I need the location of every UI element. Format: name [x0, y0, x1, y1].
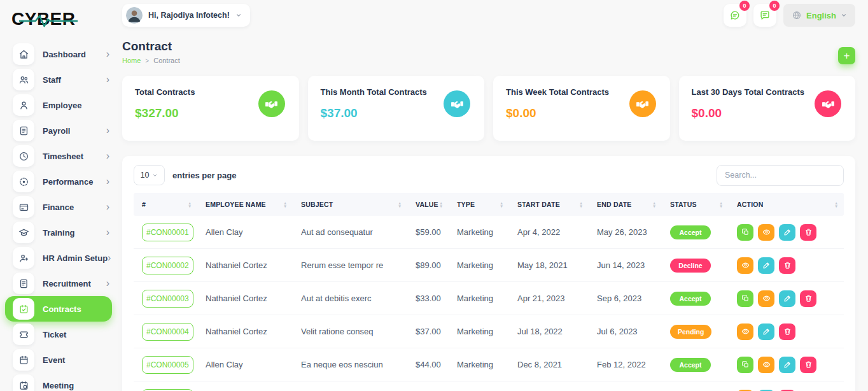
- eye-icon: [741, 327, 750, 336]
- graduation-cap-icon: [13, 222, 34, 243]
- user-menu-button[interactable]: Hi, Rajodiya Infotech!: [122, 4, 250, 27]
- language-selector[interactable]: English: [783, 4, 855, 27]
- chevron-right-icon: ›: [106, 151, 109, 161]
- sort-icon[interactable]: ▴▾: [189, 201, 191, 208]
- duplicate-button[interactable]: [737, 357, 753, 373]
- contract-id-badge[interactable]: #CON00006: [142, 389, 193, 391]
- view-button[interactable]: [758, 224, 774, 241]
- contract-id-badge[interactable]: #CON00005: [142, 356, 193, 374]
- sidebar-item-employee[interactable]: Employee: [0, 92, 118, 118]
- sort-icon[interactable]: ▴▾: [440, 201, 442, 208]
- contract-icon: [13, 298, 34, 320]
- sidebar-item-ticket[interactable]: Ticket: [0, 322, 118, 347]
- edit-button[interactable]: [779, 357, 795, 373]
- duplicate-button[interactable]: [737, 290, 753, 307]
- view-button[interactable]: [758, 357, 774, 373]
- home-icon: [13, 43, 34, 65]
- app-logo[interactable]: CYBER: [0, 0, 118, 38]
- entries-per-page-value: 10: [141, 171, 150, 180]
- chat-square-button[interactable]: 0: [753, 4, 776, 27]
- user-greeting: Hi, Rajodiya Infotech!: [148, 11, 230, 20]
- trash-icon: [804, 228, 813, 236]
- table-row: #CON00005 Allen Clay Ea neque eos nesciu…: [134, 348, 844, 381]
- table-row: #CON00004 Nathaniel Cortez Velit ratione…: [134, 315, 844, 348]
- chevron-right-icon: ›: [106, 125, 109, 136]
- sidebar-item-label: Dashboard: [43, 50, 86, 59]
- contract-id-badge[interactable]: #CON00003: [142, 290, 193, 308]
- delete-button[interactable]: [800, 290, 816, 307]
- table-row: #CON00006 Decline: [134, 381, 844, 391]
- value-cell: $59.00: [407, 227, 449, 237]
- sidebar-item-finance[interactable]: Finance ›: [0, 194, 118, 220]
- topbar: Hi, Rajodiya Infotech! 0 0 English: [118, 0, 868, 31]
- sidebar-item-label: Employee: [43, 101, 81, 110]
- contract-id-badge[interactable]: #CON00004: [142, 323, 193, 341]
- stat-card-last-30-days-total-contracts: Last 30 Days Total Contracts $0.00: [679, 76, 856, 141]
- search-input[interactable]: [717, 165, 844, 186]
- view-button[interactable]: [758, 290, 774, 307]
- end-date-cell: May 26, 2023: [589, 227, 662, 237]
- sort-icon[interactable]: ▴▾: [720, 201, 722, 208]
- status-badge: Decline: [670, 259, 711, 273]
- sort-icon[interactable]: ▴▾: [399, 201, 401, 208]
- users-icon: [13, 69, 34, 90]
- chevron-right-icon: ›: [106, 49, 109, 59]
- chat-round-button[interactable]: 0: [724, 4, 746, 27]
- edit-button[interactable]: [779, 290, 795, 307]
- subject-cell: Aut at debitis exerc: [293, 294, 407, 303]
- pencil-icon: [783, 360, 792, 369]
- sort-icon[interactable]: ▴▾: [580, 201, 582, 208]
- sidebar-item-recruitment[interactable]: Recruitment ›: [0, 271, 118, 296]
- view-button[interactable]: [737, 323, 753, 340]
- eye-icon: [741, 261, 750, 269]
- sidebar-item-payroll[interactable]: Payroll ›: [0, 118, 118, 143]
- edit-button[interactable]: [779, 224, 795, 241]
- sidebar-item-timesheet[interactable]: Timesheet ›: [0, 143, 118, 169]
- sort-icon[interactable]: ▴▾: [284, 201, 286, 208]
- edit-button[interactable]: [758, 257, 774, 274]
- sidebar-item-label: Timesheet: [43, 152, 83, 161]
- end-date-cell: Jul 6, 2023: [589, 327, 662, 336]
- sidebar-item-staff[interactable]: Staff ›: [0, 67, 118, 92]
- edit-button[interactable]: [758, 323, 774, 340]
- sort-icon[interactable]: ▴▾: [836, 201, 837, 208]
- sort-icon[interactable]: ▴▾: [654, 201, 655, 208]
- delete-button[interactable]: [800, 357, 816, 373]
- stat-card-total-contracts: Total Contracts $327.00: [122, 76, 299, 141]
- sidebar-menu: Dashboard › Staff › Employee Payroll › T…: [0, 38, 118, 391]
- add-contract-button[interactable]: +: [838, 47, 855, 64]
- delete-button[interactable]: [800, 224, 816, 241]
- contract-id-badge[interactable]: #CON00001: [142, 224, 193, 241]
- type-cell: Marketing: [449, 327, 509, 336]
- entries-per-page-select[interactable]: 10: [134, 165, 165, 185]
- delete-button[interactable]: [779, 323, 795, 340]
- sidebar-item-contracts[interactable]: Contracts: [5, 296, 112, 322]
- delete-button[interactable]: [779, 257, 795, 274]
- sidebar-item-hr-admin-setup[interactable]: HR Admin Setup ›: [0, 245, 118, 271]
- sidebar-item-performance[interactable]: Performance ›: [0, 169, 118, 194]
- breadcrumb-home-link[interactable]: Home: [122, 57, 141, 64]
- chevron-down-icon: [235, 12, 242, 18]
- value-cell: $89.00: [407, 260, 449, 270]
- sidebar-item-label: Finance: [43, 203, 74, 212]
- table-row: #CON00002 Nathaniel Cortez Rerum esse te…: [134, 249, 844, 282]
- sidebar-item-event[interactable]: Event: [0, 347, 118, 373]
- sidebar-item-training[interactable]: Training ›: [0, 220, 118, 245]
- contract-id-badge[interactable]: #CON00002: [142, 257, 193, 274]
- end-date-cell: Sep 6, 2023: [589, 294, 662, 303]
- breadcrumb-current: Contract: [153, 57, 180, 64]
- value-cell: $37.00: [407, 327, 449, 336]
- employee-name-cell: Nathaniel Cortez: [197, 260, 293, 270]
- sidebar-item-meeting[interactable]: Meeting: [0, 373, 118, 391]
- trash-icon: [783, 327, 792, 336]
- table-controls: 10 entries per page: [134, 165, 844, 185]
- stat-card-this-month-total-contracts: This Month Total Contracts $37.00: [308, 76, 485, 141]
- employee-name-cell: Allen Clay: [197, 360, 293, 369]
- type-cell: Marketing: [449, 294, 509, 303]
- copy-icon: [741, 228, 750, 236]
- sidebar-item-dashboard[interactable]: Dashboard ›: [0, 41, 118, 67]
- view-button[interactable]: [737, 257, 753, 274]
- sidebar-item-label: Payroll: [43, 126, 70, 136]
- sort-icon[interactable]: ▴▾: [501, 201, 503, 208]
- duplicate-button[interactable]: [737, 224, 753, 241]
